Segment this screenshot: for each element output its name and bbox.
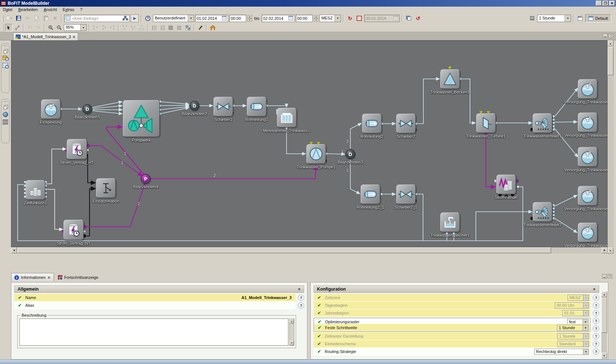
align-top-button[interactable] <box>121 24 128 31</box>
canvas-vscrollbar[interactable]: ▲ ▼ <box>608 40 614 254</box>
editor-tab[interactable]: *A1_Modell_Trinkwasser_3 ✕ <box>13 33 78 40</box>
copy-table-button[interactable] <box>405 14 413 22</box>
beschreibung-input[interactable] <box>19 318 288 346</box>
align-bottom-button[interactable] <box>138 24 145 31</box>
preview-icon[interactable] <box>3 63 8 68</box>
node-pumpwerk[interactable] <box>123 100 160 137</box>
diagram-edge[interactable] <box>86 155 95 183</box>
zoom-combo[interactable]: 95%▼ <box>64 24 87 31</box>
menu-datei[interactable]: Datei <box>0 7 15 12</box>
perspective-button[interactable]: Default <box>585 14 611 22</box>
calendar-icon[interactable] <box>222 16 227 21</box>
diagram-edge[interactable] <box>476 212 532 241</box>
node-bilanzknoten4[interactable]: P <box>141 174 150 183</box>
node-versorgung-trinkwasser4[interactable] <box>578 186 597 205</box>
config-select-feste-schrittweite[interactable]: 1 Stunde▼ <box>557 325 588 331</box>
tab-close-icon[interactable]: ✕ <box>47 276 50 280</box>
align-middle-button[interactable] <box>130 24 137 31</box>
menu-hilfe[interactable]: ? <box>77 7 85 12</box>
menu-bearbeiten[interactable]: Bearbeiten <box>15 7 41 12</box>
new-perspective-button[interactable]: ★ <box>576 14 584 22</box>
copy-button[interactable] <box>33 14 41 22</box>
vscroll-thumb[interactable] <box>608 47 613 75</box>
select-tool-button[interactable] <box>5 24 12 31</box>
diagram-edge[interactable] <box>92 106 122 109</box>
restore-pane-icon[interactable] <box>4 106 7 109</box>
navigator-icon[interactable] <box>3 112 8 117</box>
date-to-field[interactable]: 02.02.2014 <box>262 15 295 22</box>
config-row-bar[interactable]: ✔Routing-StrategieRechteckig direkt▼ <box>314 348 590 356</box>
node-versorgung-trinkwasser1[interactable] <box>578 79 597 99</box>
close-button[interactable]: ✕ <box>609 1 615 6</box>
diagram-edge[interactable] <box>88 146 142 176</box>
node-versorgung-trinkwasser2[interactable] <box>578 113 597 132</box>
beschreibung-scrollbar[interactable]: ▲ ▼ <box>289 318 294 346</box>
diagram-canvas[interactable]: 1441211122EinspeisungDBilanzknoten1Pumpw… <box>11 40 608 247</box>
help-button[interactable]: ? <box>593 310 599 316</box>
toolbar-grip[interactable] <box>2 15 3 22</box>
node-versorgung-trinkwasser3[interactable] <box>578 147 597 167</box>
restore-pane-icon[interactable] <box>4 50 7 54</box>
config-row-bar[interactable]: ✔Tagesbeginn00:00 Uhr▼ <box>314 302 590 309</box>
node-rohrleitung1[interactable] <box>247 97 266 116</box>
help-button[interactable]: ? <box>593 341 599 347</box>
config-row-bar[interactable]: ✔ZeitzoneMESZ▼ <box>314 294 590 302</box>
info-row-bar[interactable]: ✔Alias <box>14 302 295 309</box>
scroll-right-arrow[interactable]: ▶ <box>602 247 608 253</box>
diagram-edge[interactable] <box>554 122 577 122</box>
vscroll-thumb[interactable] <box>601 298 607 333</box>
scroll-left-arrow[interactable]: ◀ <box>11 247 17 253</box>
config-row-bar[interactable]: ✔Zeitraster Darstellung1 Stunde▼ <box>314 332 590 340</box>
model-explorer-icon[interactable] <box>3 56 8 60</box>
diagram-edge[interactable] <box>554 88 578 118</box>
panel-maximize-button[interactable]: ❐ <box>608 274 612 279</box>
zoom-out-button[interactable] <box>55 24 63 31</box>
node-mehrkammer-trinkwass[interactable] <box>277 108 296 127</box>
node-strom-vertrag-nt[interactable] <box>63 220 84 240</box>
diagram-edge[interactable] <box>327 154 345 154</box>
home-button[interactable] <box>209 24 216 31</box>
help-button[interactable]: ? <box>298 302 304 309</box>
help-button[interactable]: ? <box>593 349 599 355</box>
goto-date-button[interactable] <box>355 14 363 22</box>
time-from-spinner[interactable]: ▲▼ <box>247 15 252 22</box>
config-row-bar[interactable]: ✔Feste Schrittweite1 Stunde▼ <box>314 324 590 332</box>
help-button[interactable]: ? <box>593 318 599 324</box>
scroll-up-arrow[interactable]: ▲ <box>289 319 294 324</box>
node-versorgung-trinkwasser5[interactable] <box>578 223 597 242</box>
node-trinkwasserverteiler2[interactable] <box>533 202 552 222</box>
cut-button[interactable]: ✂ <box>23 14 32 22</box>
config-select-routing-strategie[interactable]: Rechteckig direkt▼ <box>534 349 589 355</box>
hscroll-thumb[interactable] <box>17 247 551 253</box>
zoom-in-button[interactable] <box>47 24 54 31</box>
connector-tool-button[interactable] <box>14 24 21 31</box>
save-button[interactable] <box>14 14 22 22</box>
diagram-edge[interactable] <box>554 218 577 233</box>
node-rohrleitung2[interactable] <box>362 114 382 133</box>
diagram-edge[interactable] <box>84 189 95 236</box>
node-trinkwasser-turbine1[interactable] <box>476 113 496 133</box>
time-from-field[interactable]: 00:00 <box>229 15 246 22</box>
canvas-maximize-button[interactable]: ❐ <box>608 33 613 38</box>
time-to-field[interactable]: 00:00 <box>296 15 313 22</box>
help-button[interactable]: ? <box>593 302 599 309</box>
snap-grid-button[interactable] <box>176 24 183 31</box>
date-from-field[interactable]: 01.02.2014 <box>195 15 228 22</box>
minimize-button[interactable]: _ <box>596 1 602 6</box>
node-trinkwasser-becken1[interactable] <box>440 69 460 89</box>
align-center-button[interactable] <box>100 24 107 31</box>
distribute-h-button[interactable] <box>150 24 158 31</box>
info-row-bar[interactable]: ✔NameA1_Modell_Trinkwasser_3 <box>14 294 295 302</box>
node-bilanzknoten2[interactable]: D <box>190 101 199 110</box>
canvas-hscrollbar[interactable]: ◀ ▶ <box>11 247 608 254</box>
diagram-edge[interactable] <box>45 149 66 184</box>
node-rohrleitung2-1[interactable] <box>361 185 380 204</box>
diagram-edge[interactable] <box>350 160 360 194</box>
diagram-edge[interactable] <box>150 165 316 179</box>
diagram-edge[interactable] <box>554 195 577 207</box>
menu-ansicht[interactable]: Ansicht <box>41 7 60 12</box>
layout-button[interactable] <box>184 24 192 31</box>
diagram-edge[interactable] <box>486 134 495 187</box>
layers-icon[interactable] <box>3 120 8 121</box>
toolbar-grip[interactable] <box>2 24 3 31</box>
